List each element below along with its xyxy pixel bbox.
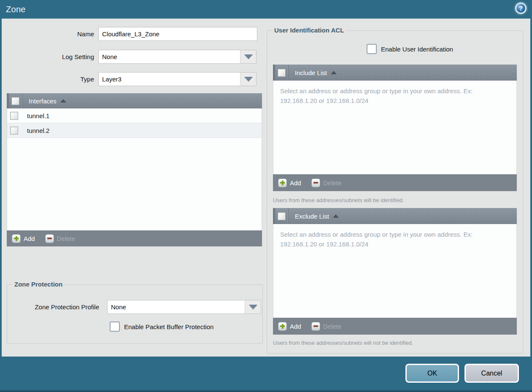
add-icon: [12, 234, 21, 243]
log-setting-row: Log Setting None: [2, 49, 262, 64]
ok-button[interactable]: OK: [405, 364, 459, 383]
type-dropdown-trigger[interactable]: [240, 73, 256, 86]
enable-user-identification-label: Enable User Identification: [381, 46, 453, 53]
delete-button-label: Delete: [323, 323, 341, 330]
interfaces-column-label: Interfaces: [29, 97, 57, 105]
interface-name: tunnel.2: [27, 127, 49, 134]
name-row: Name: [2, 27, 262, 41]
zone-protection-profile-value: None: [108, 300, 245, 314]
enable-user-identification-checkbox[interactable]: [367, 44, 377, 54]
exclude-list-placeholder: Select an address or address group or ty…: [273, 224, 510, 254]
packet-buffer-protection-label: Enable Packet Buffer Protection: [124, 323, 213, 330]
interfaces-delete-button[interactable]: Delete: [45, 234, 75, 243]
name-label: Name: [2, 30, 98, 38]
include-delete-button[interactable]: Delete: [311, 178, 341, 187]
interfaces-row[interactable]: tunnel.2: [7, 123, 262, 138]
interfaces-select-all-cell: [9, 93, 22, 108]
zone-protection-profile-label: Zone Protection Profile: [7, 300, 103, 314]
sort-asc-icon: [331, 71, 337, 74]
sort-asc-icon: [60, 99, 66, 103]
packet-buffer-protection-checkbox[interactable]: [110, 322, 120, 332]
exclude-list-table: Exclude List Select an address or addres…: [273, 208, 517, 335]
include-list-body: Select an address or address group or ty…: [273, 81, 517, 174]
log-setting-label: Log Setting: [2, 53, 98, 60]
chevron-down-icon: [244, 54, 253, 59]
include-list-header: Include List: [273, 65, 517, 81]
interfaces-table-header: Interfaces: [7, 93, 262, 108]
include-add-button[interactable]: Add: [278, 178, 301, 187]
type-row: Type Layer3: [2, 72, 262, 86]
help-glyph: ?: [519, 5, 523, 12]
cancel-button[interactable]: Cancel: [464, 364, 519, 383]
type-label: Type: [2, 76, 98, 83]
zone-protection-profile-select[interactable]: None: [107, 300, 261, 314]
row-check-cell: [7, 127, 21, 135]
type-value: Layer3: [99, 73, 240, 86]
row-checkbox[interactable]: [10, 112, 18, 120]
include-list-column-header[interactable]: Include List: [289, 69, 337, 76]
add-button-label: Add: [290, 179, 301, 187]
include-select-all-cell: [275, 65, 289, 81]
dialog-titlebar: Zone ?: [0, 0, 532, 19]
interfaces-table-footer: Add Delete: [7, 230, 262, 246]
sort-asc-icon: [333, 214, 339, 218]
add-icon: [278, 178, 287, 187]
row-checkbox[interactable]: [10, 127, 18, 135]
include-list-footer: Add Delete: [273, 174, 517, 191]
ok-button-label: OK: [427, 370, 437, 377]
add-button-label: Add: [24, 235, 35, 242]
type-select[interactable]: Layer3: [98, 72, 257, 86]
zone-dialog: Zone ? Name Log Setting None Type Layer3: [0, 0, 532, 392]
exclude-list-footer: Add Delete: [273, 318, 517, 335]
exclude-delete-button[interactable]: Delete: [311, 322, 341, 331]
row-check-cell: [7, 112, 21, 120]
delete-button-label: Delete: [323, 179, 341, 187]
help-icon[interactable]: ?: [515, 3, 527, 14]
add-button-label: Add: [290, 323, 301, 330]
zone-name-input[interactable]: [98, 27, 257, 41]
interfaces-add-button[interactable]: Add: [12, 234, 35, 243]
log-setting-dropdown-trigger[interactable]: [240, 50, 256, 63]
exclude-select-all-checkbox[interactable]: [278, 212, 286, 220]
dialog-bottom-edge: [0, 390, 532, 392]
zone-protection-profile-dropdown-trigger[interactable]: [245, 300, 261, 314]
interfaces-row[interactable]: tunnel.1: [7, 108, 262, 123]
log-setting-value: None: [99, 50, 240, 63]
chevron-down-icon: [249, 305, 257, 309]
include-list-hint: Users from these addresses/subnets will …: [273, 197, 404, 203]
exclude-add-button[interactable]: Add: [278, 322, 301, 331]
delete-icon: [45, 234, 54, 243]
include-select-all-checkbox[interactable]: [278, 69, 286, 77]
interfaces-select-all-checkbox[interactable]: [11, 97, 19, 105]
delete-icon: [311, 322, 320, 331]
exclude-list-column-header[interactable]: Exclude List: [289, 213, 339, 220]
user-id-acl-legend: User Identification ACL: [272, 27, 346, 34]
interfaces-column-header[interactable]: Interfaces: [22, 97, 66, 105]
zone-protection-fieldset: Zone Protection Zone Protection Profile …: [7, 284, 263, 343]
include-list-table: Include List Select an address or addres…: [273, 65, 517, 191]
exclude-list-body: Select an address or address group or ty…: [273, 224, 517, 318]
include-list-column-label: Include List: [295, 69, 327, 76]
dialog-title: Zone: [6, 0, 26, 19]
exclude-list-column-label: Exclude List: [295, 213, 329, 220]
delete-button-label: Delete: [57, 235, 75, 242]
exclude-select-all-cell: [275, 208, 289, 224]
include-list-placeholder: Select an address or address group or ty…: [273, 81, 510, 111]
interfaces-table: Interfaces tunnel.1 tunnel.2 Add: [7, 93, 262, 246]
user-id-acl-fieldset: User Identification ACL Enable User Iden…: [267, 30, 523, 354]
add-icon: [278, 322, 287, 331]
log-setting-select[interactable]: None: [98, 50, 257, 64]
exclude-list-hint: Users from these addresses/subnets will …: [273, 340, 413, 346]
exclude-list-header: Exclude List: [273, 208, 517, 224]
interface-name: tunnel.1: [27, 112, 49, 119]
cancel-button-label: Cancel: [481, 370, 502, 377]
delete-icon: [311, 178, 320, 187]
interfaces-table-body: tunnel.1 tunnel.2: [7, 108, 262, 230]
chevron-down-icon: [244, 77, 253, 81]
zone-protection-legend: Zone Protection: [12, 281, 65, 288]
